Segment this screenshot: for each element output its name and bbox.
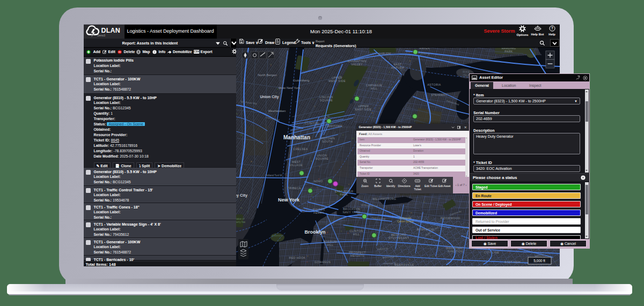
svg-text:STUYVESANT: STUYVESANT bbox=[389, 236, 409, 240]
svg-text:ey City: ey City bbox=[236, 193, 248, 198]
svg-text:VILLAGE: VILLAGE bbox=[290, 163, 303, 167]
svg-text:RED HOOK: RED HOOK bbox=[289, 256, 306, 259]
svg-text:WILLIAMSBURG: WILLIAMSBURG bbox=[372, 197, 397, 200]
svg-text:HILL: HILL bbox=[353, 233, 360, 236]
svg-text:CSV: CSV bbox=[194, 50, 200, 53]
svg-text:Weehawken: Weehawken bbox=[268, 109, 286, 113]
svg-text:HILL: HILL bbox=[327, 243, 334, 247]
svg-text:North Bergen: North Bergen bbox=[258, 73, 277, 77]
svg-text:EAST SIDE: EAST SIDE bbox=[355, 108, 372, 111]
svg-text:Herkimer St: Herkimer St bbox=[383, 262, 397, 265]
svg-text:VALLEY: VALLEY bbox=[351, 63, 363, 66]
svg-text:RIDGEWOOD: RIDGEWOOD bbox=[441, 217, 460, 220]
svg-text:New York: New York bbox=[278, 197, 300, 203]
svg-text:CHELSEA: CHELSEA bbox=[293, 147, 308, 151]
svg-text:Statue of: Statue of bbox=[236, 218, 245, 220]
svg-text:Holland Tunl W: Holland Tunl W bbox=[265, 174, 282, 177]
svg-text:Brooklyn: Brooklyn bbox=[304, 229, 325, 235]
svg-text:WEEKSVILLE: WEEKSVILLE bbox=[394, 263, 414, 266]
svg-text:Union City: Union City bbox=[260, 95, 279, 99]
svg-text:WEST SIDE: WEST SIDE bbox=[328, 79, 346, 83]
svg-text:SOUTH: SOUTH bbox=[322, 140, 333, 143]
svg-text:Cabrini School: Cabrini School bbox=[397, 220, 413, 223]
svg-text:CITY LINE: CITY LINE bbox=[484, 251, 499, 254]
svg-text:NAVY YARD: NAVY YARD bbox=[343, 211, 361, 214]
svg-text:HARLEM: HARLEM bbox=[391, 66, 404, 69]
svg-text:STEINWAY: STEINWAY bbox=[431, 93, 447, 96]
svg-text:MIDTOWN: MIDTOWN bbox=[327, 124, 342, 128]
svg-text:PARK: PARK bbox=[340, 193, 348, 196]
svg-text:GOWANUS: GOWANUS bbox=[314, 260, 331, 264]
svg-text:HEIGHTS: HEIGHTS bbox=[350, 254, 364, 257]
svg-text:ASTORIA: ASTORIA bbox=[427, 83, 441, 86]
svg-text:CLINTON: CLINTON bbox=[305, 122, 318, 125]
svg-text:West New York: West New York bbox=[279, 86, 301, 89]
svg-text:JUNCTION: JUNCTION bbox=[447, 250, 463, 253]
svg-text:Guttenberg: Guttenberg bbox=[293, 79, 309, 82]
svg-text:FERRY: FERRY bbox=[313, 211, 324, 214]
svg-text:EAST NEW: EAST NEW bbox=[504, 260, 521, 264]
svg-text:TRIBECA: TRIBECA bbox=[287, 186, 301, 190]
svg-text:HILL: HILL bbox=[371, 87, 378, 90]
svg-text:Liberty Nat: Liberty Nat bbox=[236, 221, 246, 223]
svg-text:5,000 ft: 5,000 ft bbox=[533, 259, 545, 263]
svg-text:HAVEN: HAVEN bbox=[419, 48, 430, 50]
svg-text:SQUARE: SQUARE bbox=[320, 99, 333, 102]
svg-text:PARK: PARK bbox=[504, 50, 513, 53]
svg-text:Governors: Governors bbox=[272, 234, 282, 237]
svg-text:NOHO: NOHO bbox=[313, 180, 323, 183]
svg-text:St Frances: St Frances bbox=[399, 217, 412, 220]
svg-text:HARLEM: HARLEM bbox=[378, 52, 391, 55]
svg-text:Manhattan: Manhattan bbox=[283, 135, 310, 140]
svg-text:?: ? bbox=[551, 26, 553, 30]
svg-text:SQUARE: SQUARE bbox=[316, 157, 328, 160]
